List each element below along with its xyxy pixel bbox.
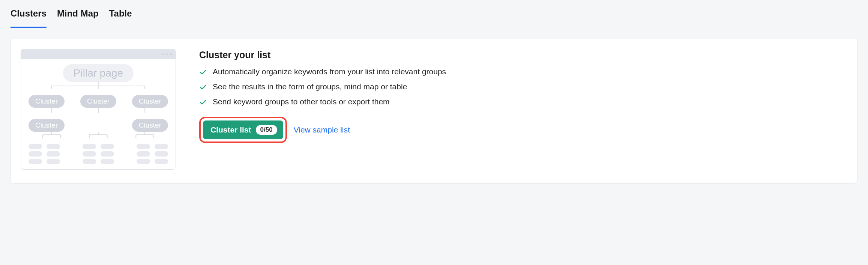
check-icon	[199, 84, 207, 91]
cluster-list-button[interactable]: Cluster list 0/50	[203, 120, 283, 139]
tab-clusters[interactable]: Clusters	[11, 8, 47, 28]
view-sample-link[interactable]: View sample list	[294, 125, 350, 134]
cluster-count-badge: 0/50	[256, 125, 277, 135]
tab-mind-map[interactable]: Mind Map	[57, 8, 99, 28]
bullet-text: Send keyword groups to other tools or ex…	[213, 97, 390, 106]
cluster-intro-card: Pillar page Cluster Cluster Cluster	[11, 39, 857, 184]
illus-cluster-node: Cluster	[132, 119, 168, 132]
illus-window-bar	[21, 49, 176, 59]
check-icon	[199, 99, 207, 106]
view-tabs: Clusters Mind Map Table	[0, 0, 868, 28]
list-item: See the results in the form of groups, m…	[199, 82, 842, 91]
cluster-button-highlight: Cluster list 0/50	[199, 117, 287, 143]
check-icon	[199, 69, 207, 76]
illus-cluster-node: Cluster	[29, 119, 65, 132]
tab-table[interactable]: Table	[109, 8, 132, 28]
illus-cluster-node: Cluster	[29, 95, 65, 108]
list-item: Automatically organize keywords from you…	[199, 67, 842, 76]
cluster-illustration: Pillar page Cluster Cluster Cluster	[21, 49, 176, 170]
list-item: Send keyword groups to other tools or ex…	[199, 97, 842, 106]
bullet-text: Automatically organize keywords from you…	[213, 67, 446, 76]
bullet-text: See the results in the form of groups, m…	[213, 82, 407, 91]
illus-cluster-node: Cluster	[80, 95, 116, 108]
cluster-benefits-list: Automatically organize keywords from you…	[199, 67, 842, 106]
illus-cluster-node: Cluster	[132, 95, 168, 108]
cluster-title: Cluster your list	[199, 50, 842, 60]
cluster-button-label: Cluster list	[210, 125, 251, 134]
illus-pillar-label: Pillar page	[63, 64, 134, 82]
